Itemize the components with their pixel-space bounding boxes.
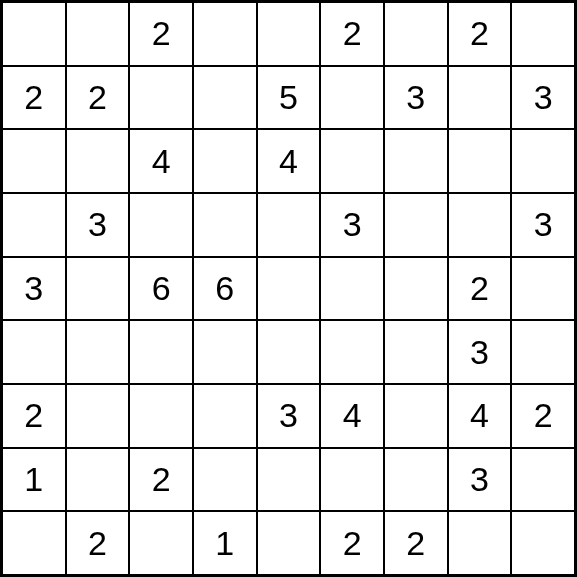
cell-2-1[interactable] <box>66 129 130 193</box>
cell-6-1[interactable] <box>66 384 130 448</box>
cell-1-8[interactable]: 3 <box>511 66 575 130</box>
cell-8-7[interactable] <box>448 511 512 575</box>
cell-6-8[interactable]: 2 <box>511 384 575 448</box>
cell-0-6[interactable] <box>384 2 448 66</box>
cell-5-1[interactable] <box>66 320 130 384</box>
cell-3-1[interactable]: 3 <box>66 193 130 257</box>
puzzle-grid: 2 2 2 2 2 5 3 3 4 4 3 3 3 3 6 6 2 3 2 3 … <box>0 0 577 577</box>
cell-8-8[interactable] <box>511 511 575 575</box>
cell-0-3[interactable] <box>193 2 257 66</box>
cell-5-2[interactable] <box>129 320 193 384</box>
cell-5-0[interactable] <box>2 320 66 384</box>
cell-7-2[interactable]: 2 <box>129 448 193 512</box>
cell-8-5[interactable]: 2 <box>320 511 384 575</box>
cell-4-1[interactable] <box>66 257 130 321</box>
cell-0-5[interactable]: 2 <box>320 2 384 66</box>
cell-0-8[interactable] <box>511 2 575 66</box>
cell-2-7[interactable] <box>448 129 512 193</box>
cell-2-3[interactable] <box>193 129 257 193</box>
cell-7-7[interactable]: 3 <box>448 448 512 512</box>
cell-3-3[interactable] <box>193 193 257 257</box>
cell-7-0[interactable]: 1 <box>2 448 66 512</box>
cell-5-5[interactable] <box>320 320 384 384</box>
cell-6-0[interactable]: 2 <box>2 384 66 448</box>
cell-1-6[interactable]: 3 <box>384 66 448 130</box>
cell-0-0[interactable] <box>2 2 66 66</box>
cell-6-4[interactable]: 3 <box>257 384 321 448</box>
cell-5-4[interactable] <box>257 320 321 384</box>
cell-3-7[interactable] <box>448 193 512 257</box>
cell-0-4[interactable] <box>257 2 321 66</box>
cell-7-3[interactable] <box>193 448 257 512</box>
cell-8-1[interactable]: 2 <box>66 511 130 575</box>
cell-2-4[interactable]: 4 <box>257 129 321 193</box>
cell-3-8[interactable]: 3 <box>511 193 575 257</box>
cell-2-0[interactable] <box>2 129 66 193</box>
cell-6-3[interactable] <box>193 384 257 448</box>
cell-3-2[interactable] <box>129 193 193 257</box>
cell-8-6[interactable]: 2 <box>384 511 448 575</box>
cell-4-8[interactable] <box>511 257 575 321</box>
cell-3-0[interactable] <box>2 193 66 257</box>
cell-8-0[interactable] <box>2 511 66 575</box>
cell-2-8[interactable] <box>511 129 575 193</box>
cell-8-4[interactable] <box>257 511 321 575</box>
cell-5-6[interactable] <box>384 320 448 384</box>
cell-1-1[interactable]: 2 <box>66 66 130 130</box>
cell-1-3[interactable] <box>193 66 257 130</box>
cell-1-2[interactable] <box>129 66 193 130</box>
cell-4-5[interactable] <box>320 257 384 321</box>
cell-7-5[interactable] <box>320 448 384 512</box>
cell-5-3[interactable] <box>193 320 257 384</box>
cell-7-8[interactable] <box>511 448 575 512</box>
cell-1-0[interactable]: 2 <box>2 66 66 130</box>
cell-1-4[interactable]: 5 <box>257 66 321 130</box>
cell-6-6[interactable] <box>384 384 448 448</box>
cell-2-5[interactable] <box>320 129 384 193</box>
cell-2-2[interactable]: 4 <box>129 129 193 193</box>
cell-1-7[interactable] <box>448 66 512 130</box>
cell-7-6[interactable] <box>384 448 448 512</box>
cell-0-1[interactable] <box>66 2 130 66</box>
cell-6-5[interactable]: 4 <box>320 384 384 448</box>
cell-4-6[interactable] <box>384 257 448 321</box>
cell-8-3[interactable]: 1 <box>193 511 257 575</box>
cell-4-7[interactable]: 2 <box>448 257 512 321</box>
cell-7-1[interactable] <box>66 448 130 512</box>
cell-6-7[interactable]: 4 <box>448 384 512 448</box>
cell-4-3[interactable]: 6 <box>193 257 257 321</box>
cell-0-2[interactable]: 2 <box>129 2 193 66</box>
cell-5-7[interactable]: 3 <box>448 320 512 384</box>
cell-8-2[interactable] <box>129 511 193 575</box>
cell-7-4[interactable] <box>257 448 321 512</box>
cell-2-6[interactable] <box>384 129 448 193</box>
cell-6-2[interactable] <box>129 384 193 448</box>
cell-3-6[interactable] <box>384 193 448 257</box>
cell-0-7[interactable]: 2 <box>448 2 512 66</box>
cell-3-5[interactable]: 3 <box>320 193 384 257</box>
cell-3-4[interactable] <box>257 193 321 257</box>
cell-4-4[interactable] <box>257 257 321 321</box>
cell-4-0[interactable]: 3 <box>2 257 66 321</box>
cell-1-5[interactable] <box>320 66 384 130</box>
cell-4-2[interactable]: 6 <box>129 257 193 321</box>
cell-5-8[interactable] <box>511 320 575 384</box>
